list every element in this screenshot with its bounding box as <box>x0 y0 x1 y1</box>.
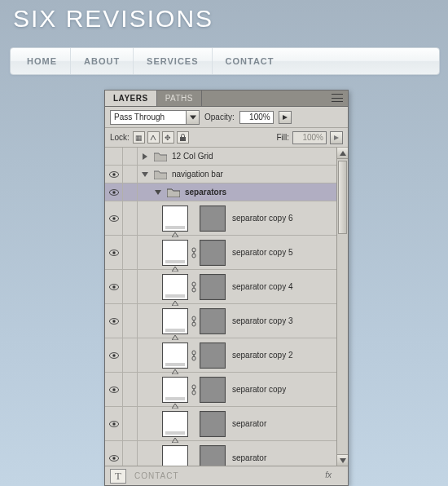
panel-tabs: LAYERS PATHS <box>105 91 348 107</box>
visibility-toggle[interactable] <box>105 373 123 406</box>
link-icon <box>190 384 198 395</box>
mask-thumbnail[interactable] <box>200 240 226 266</box>
link-col <box>123 338 138 372</box>
mask-thumbnail[interactable] <box>200 342 226 369</box>
svg-point-23 <box>112 354 115 356</box>
scroll-down-button[interactable] <box>337 454 348 466</box>
type-layer-icon: T <box>110 469 126 484</box>
fill-input[interactable]: 100% <box>292 131 327 144</box>
panel-footer: T CONTACT fx <box>105 466 348 485</box>
layer-thumbnail[interactable] <box>162 205 188 232</box>
layer-thumbnail[interactable] <box>162 377 188 403</box>
link-col <box>123 201 138 235</box>
blend-mode-select[interactable]: Pass Through <box>110 110 200 125</box>
layer-row-separator[interactable]: separator copy 6 <box>105 201 348 236</box>
mask-thumbnail[interactable] <box>200 308 226 334</box>
eye-icon <box>109 387 119 393</box>
layer-thumbnail[interactable] <box>162 240 188 266</box>
link-col <box>123 304 138 338</box>
scroll-up-button[interactable] <box>337 148 348 159</box>
folder-icon <box>154 152 167 161</box>
svg-point-4 <box>112 191 115 193</box>
layer-name: separator copy 3 <box>226 304 293 338</box>
svg-point-33 <box>112 422 115 425</box>
lock-all-icon[interactable] <box>177 131 189 144</box>
nav-about[interactable]: ABOUT <box>71 48 134 74</box>
svg-point-18 <box>112 320 115 322</box>
layer-thumbs <box>138 407 226 440</box>
link-col <box>123 270 138 303</box>
layer-row-separator[interactable]: separator copy 2 <box>105 338 348 373</box>
layer-row-separator[interactable]: separator copy 5 <box>105 236 348 270</box>
layer-group-navbar[interactable]: navigation bar <box>105 166 348 183</box>
visibility-toggle[interactable] <box>105 304 123 338</box>
layers-panel: LAYERS PATHS Pass Through Opacity: 100% … <box>104 90 349 486</box>
layer-thumbnail[interactable] <box>162 274 188 300</box>
layer-thumbnail[interactable] <box>162 411 188 437</box>
blend-mode-value: Pass Through <box>114 113 165 122</box>
opacity-flyout-button[interactable] <box>279 111 292 124</box>
visibility-toggle[interactable] <box>105 270 123 303</box>
scroll-thumb[interactable] <box>338 161 347 234</box>
nav-contact[interactable]: CONTACT <box>213 48 288 74</box>
lock-position-icon[interactable]: ✥ <box>162 131 174 144</box>
scrollbar[interactable] <box>336 148 348 466</box>
visibility-toggle[interactable] <box>105 166 123 183</box>
footer-layer-name: CONTACT <box>134 471 179 480</box>
eye-icon <box>109 352 119 359</box>
mask-thumbnail[interactable] <box>200 445 226 466</box>
link-col <box>123 407 138 440</box>
visibility-toggle[interactable] <box>105 201 123 235</box>
layer-group-separators[interactable]: separators <box>105 183 348 201</box>
layer-thumbs <box>138 373 226 406</box>
nav-home[interactable]: HOME <box>14 48 71 74</box>
eye-icon <box>109 284 119 290</box>
opacity-input[interactable]: 100% <box>239 111 274 124</box>
tab-paths[interactable]: PATHS <box>157 91 202 106</box>
layer-row-separator[interactable]: separator <box>105 407 348 441</box>
chevron-down-icon <box>186 111 199 124</box>
folder-icon <box>154 170 167 179</box>
disclosure-closed-icon[interactable] <box>141 152 149 161</box>
eye-icon <box>109 250 119 256</box>
lock-icons-group: ▦ ✥ <box>133 131 189 144</box>
disclosure-open-icon[interactable] <box>141 170 149 179</box>
layer-group-grid[interactable]: 12 Col Grid <box>105 148 348 166</box>
tab-layers[interactable]: LAYERS <box>105 91 157 106</box>
layer-row-separator[interactable]: separator copy 3 <box>105 304 348 338</box>
svg-point-8 <box>112 251 115 254</box>
layer-row-separator[interactable]: separator copy 4 <box>105 270 348 304</box>
svg-point-13 <box>112 285 115 288</box>
mask-thumbnail[interactable] <box>200 205 226 232</box>
disclosure-open-icon[interactable] <box>154 188 162 197</box>
layer-name: 12 Col Grid <box>172 152 213 161</box>
visibility-toggle[interactable] <box>105 148 123 165</box>
mask-thumbnail[interactable] <box>200 377 226 403</box>
svg-rect-0 <box>180 137 186 141</box>
layer-thumbnail[interactable] <box>162 342 188 369</box>
visibility-toggle[interactable] <box>105 183 123 201</box>
layer-row-separator[interactable]: separator <box>105 441 348 466</box>
lock-transparency-icon[interactable]: ▦ <box>133 131 145 144</box>
layer-thumbnail[interactable] <box>162 445 188 466</box>
visibility-toggle[interactable] <box>105 236 123 269</box>
layer-list-area: 12 Col Grid navigation bar <box>105 148 348 466</box>
visibility-toggle[interactable] <box>105 441 123 466</box>
fx-badge: fx <box>325 471 332 479</box>
panel-menu-icon[interactable] <box>332 94 343 102</box>
page-title: SIX REVISIONS <box>13 5 213 33</box>
visibility-toggle[interactable] <box>105 407 123 440</box>
lock-pixels-icon[interactable] <box>147 131 160 144</box>
visibility-toggle[interactable] <box>105 338 123 372</box>
layer-name: navigation bar <box>172 170 223 179</box>
mask-thumbnail[interactable] <box>200 274 226 300</box>
link-icon <box>190 350 198 361</box>
fill-flyout-button[interactable] <box>330 131 343 144</box>
nav-services[interactable]: SERVICES <box>134 48 212 74</box>
link-col <box>123 183 138 201</box>
svg-point-35 <box>112 457 115 459</box>
layer-thumbnail[interactable] <box>162 308 188 334</box>
panel-lock-row: Lock: ▦ ✥ Fill: 100% <box>105 128 348 148</box>
layer-row-separator[interactable]: separator copy <box>105 373 348 407</box>
mask-thumbnail[interactable] <box>200 411 226 437</box>
